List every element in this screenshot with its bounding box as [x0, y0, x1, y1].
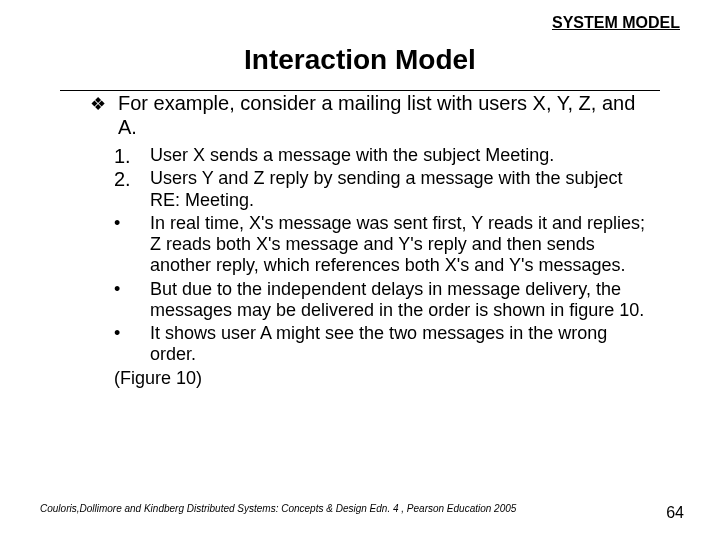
list-marker: 2. [114, 168, 131, 192]
lead-bullet: ❖ For example, consider a mailing list w… [90, 92, 650, 139]
list-item: • In real time, X's message was sent fir… [90, 213, 650, 277]
figure-reference: (Figure 10) [90, 368, 650, 389]
bullet-icon: • [114, 323, 120, 344]
list-item: 1. User X sends a message with the subje… [90, 145, 650, 166]
bullet-icon: • [114, 279, 120, 300]
slide-body: ❖ For example, consider a mailing list w… [90, 92, 650, 389]
section-header: SYSTEM MODEL [552, 14, 680, 32]
slide: SYSTEM MODEL Interaction Model ❖ For exa… [0, 0, 720, 540]
list-item: • It shows user A might see the two mess… [90, 323, 650, 365]
list-marker: 1. [114, 145, 131, 169]
list-text: Users Y and Z reply by sending a message… [150, 168, 623, 209]
list-text: In real time, X's message was sent first… [150, 213, 645, 275]
page-number: 64 [666, 504, 684, 522]
citation-footer: Couloris,Dollimore and Kindberg Distribu… [40, 503, 516, 514]
list-text: It shows user A might see the two messag… [150, 323, 607, 364]
list-text: But due to the independent delays in mes… [150, 279, 644, 320]
slide-title: Interaction Model [0, 44, 720, 76]
diamond-icon: ❖ [90, 94, 106, 115]
bullet-icon: • [114, 213, 120, 234]
list-text: User X sends a message with the subject … [150, 145, 554, 165]
list-item: 2. Users Y and Z reply by sending a mess… [90, 168, 650, 210]
list-item: • But due to the independent delays in m… [90, 279, 650, 321]
lead-text: For example, consider a mailing list wit… [118, 92, 635, 138]
title-underline [60, 90, 660, 91]
